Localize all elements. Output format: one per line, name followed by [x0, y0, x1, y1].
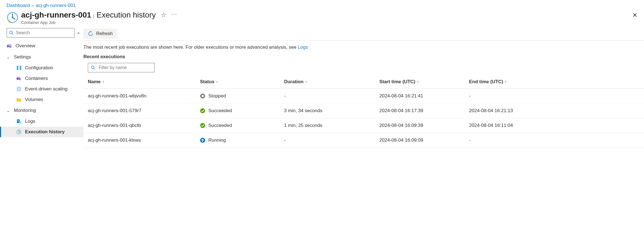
svg-marker-24 — [91, 31, 92, 33]
col-name[interactable]: Name↑ — [83, 75, 195, 89]
table-row[interactable]: acj-gh-runners-001-579r7Succeeded3 min, … — [83, 104, 644, 118]
sidebar-group-label: Settings — [14, 54, 31, 60]
status-stopped-icon — [200, 93, 205, 99]
cell-status: Stopped — [195, 89, 280, 104]
status-running-icon — [200, 137, 205, 143]
resource-icon — [7, 12, 18, 23]
svg-rect-10 — [20, 66, 21, 70]
sidebar-item-event-driven-scaling[interactable]: Event-driven scaling — [0, 84, 83, 94]
svg-line-26 — [94, 68, 95, 70]
svg-rect-19 — [18, 121, 19, 121]
logs-icon — [16, 119, 22, 124]
svg-rect-18 — [18, 120, 19, 121]
sidebar-group-settings[interactable]: ⌄ Settings — [0, 51, 83, 63]
sidebar-search-input[interactable] — [16, 30, 72, 35]
cell-name: acj-gh-runners-001-579r7 — [83, 104, 195, 118]
table-row[interactable]: acj-gh-runners-001-qbctbSucceeded1 min, … — [83, 118, 644, 133]
chevron-down-icon: ⌄ — [7, 55, 11, 59]
cell-start: 2024-08-04 16:09:09 — [375, 133, 465, 148]
refresh-icon — [88, 31, 93, 36]
favorite-star-icon[interactable]: ☆ — [161, 11, 166, 19]
status-succeeded-icon — [200, 123, 205, 128]
sidebar-item-label: Execution history — [25, 129, 65, 135]
chevron-right-icon: › — [32, 3, 34, 8]
search-icon — [91, 65, 95, 70]
col-status[interactable]: Status↑ — [195, 75, 280, 89]
overview-icon — [7, 43, 12, 49]
table-row[interactable]: acj-gh-runners-001-wbjvv8nStopped-2024-0… — [83, 89, 644, 104]
info-hint: The most recent job executions are shown… — [83, 41, 644, 53]
svg-rect-28 — [202, 95, 204, 97]
sidebar-group-monitoring[interactable]: ⌄ Monitoring — [0, 105, 83, 116]
cell-duration: 1 min, 25 seconds — [280, 118, 375, 133]
svg-marker-23 — [18, 134, 18, 134]
configuration-icon — [16, 65, 22, 71]
svg-rect-14 — [17, 87, 21, 91]
page-title: acj-gh-runners-001 | Execution history — [21, 11, 156, 19]
cell-status: Running — [195, 133, 280, 148]
scaling-icon — [16, 86, 22, 92]
sidebar-item-overview[interactable]: Overview — [0, 40, 83, 51]
sidebar-item-execution-history[interactable]: Execution history — [0, 127, 83, 137]
containers-icon — [16, 76, 22, 81]
section-title: Recent executions — [83, 53, 644, 63]
cell-status: Succeeded — [195, 118, 280, 133]
cell-end: 2024-08-04 16:21:13 — [465, 104, 644, 118]
cell-status: Succeeded — [195, 104, 280, 118]
sidebar-item-label: Volumes — [25, 97, 43, 102]
breadcrumb-root[interactable]: Dashboard — [7, 3, 30, 8]
sort-up-icon: ↑ — [505, 80, 507, 84]
col-duration[interactable]: Duration↑ — [280, 75, 375, 89]
logs-link[interactable]: Logs — [298, 45, 308, 50]
breadcrumb-current[interactable]: acj-gh-runners-001 — [36, 3, 76, 8]
close-icon[interactable]: ✕ — [632, 12, 637, 19]
more-actions-icon[interactable]: ··· — [171, 11, 177, 17]
resource-type-label: Container App Job — [21, 20, 177, 25]
status-succeeded-icon — [200, 108, 205, 114]
svg-line-4 — [12, 34, 14, 35]
main-content: Refresh The most recent job executions a… — [83, 27, 644, 148]
cell-name: acj-gh-runners-001-klxws — [83, 133, 195, 148]
sidebar-group-label: Monitoring — [14, 108, 36, 113]
sort-up-icon: ↑ — [102, 80, 104, 84]
sidebar-item-volumes[interactable]: Volumes — [0, 94, 83, 105]
sidebar-item-configuration[interactable]: Configuration — [0, 63, 83, 73]
filter-by-name[interactable] — [88, 63, 155, 72]
svg-rect-9 — [19, 66, 19, 70]
sidebar-item-label: Overview — [16, 43, 35, 49]
toolbar: Refresh — [83, 27, 644, 41]
cell-start: 2024-08-04 16:21:41 — [375, 89, 465, 104]
cell-name: acj-gh-runners-001-qbctb — [83, 118, 195, 133]
sort-up-icon: ↑ — [305, 80, 307, 84]
sidebar-search[interactable] — [7, 28, 74, 38]
col-end[interactable]: End time (UTC)↑ — [465, 75, 644, 89]
table-row[interactable]: acj-gh-runners-001-klxwsRunning-2024-08-… — [83, 133, 644, 148]
executions-table: Name↑ Status↑ Duration↑ Start time (UTC)… — [83, 75, 644, 148]
sidebar-item-label: Logs — [25, 119, 35, 124]
sort-up-icon: ↑ — [216, 80, 218, 84]
sidebar-item-logs[interactable]: Logs — [0, 116, 83, 127]
svg-line-21 — [21, 123, 22, 124]
search-icon — [9, 31, 14, 35]
svg-point-25 — [91, 66, 94, 69]
col-start[interactable]: Start time (UTC)↑ — [375, 75, 465, 89]
collapse-sidebar-icon[interactable]: « — [77, 31, 79, 35]
svg-point-1 — [12, 17, 13, 18]
cell-duration: - — [280, 133, 375, 148]
refresh-button[interactable]: Refresh — [83, 29, 117, 39]
chevron-down-icon: ⌄ — [7, 109, 11, 113]
filter-input[interactable] — [99, 65, 154, 70]
svg-point-3 — [10, 31, 13, 34]
cell-end: - — [465, 133, 644, 148]
cell-end: - — [465, 89, 644, 104]
cell-start: 2024-08-04 16:17:39 — [375, 104, 465, 118]
breadcrumb: Dashboard › acj-gh-runners-001 — [0, 0, 644, 11]
page-header: acj-gh-runners-001 | Execution history ☆… — [0, 11, 644, 27]
sidebar-item-containers[interactable]: Containers — [0, 73, 83, 84]
sidebar-item-label: Containers — [25, 76, 48, 81]
svg-marker-2 — [10, 21, 11, 23]
cell-start: 2024-08-04 16:09:39 — [375, 118, 465, 133]
cell-duration: 3 min, 34 seconds — [280, 104, 375, 118]
sidebar: « Overview ⌄ Settings — [0, 27, 83, 148]
sidebar-item-label: Configuration — [25, 65, 53, 71]
